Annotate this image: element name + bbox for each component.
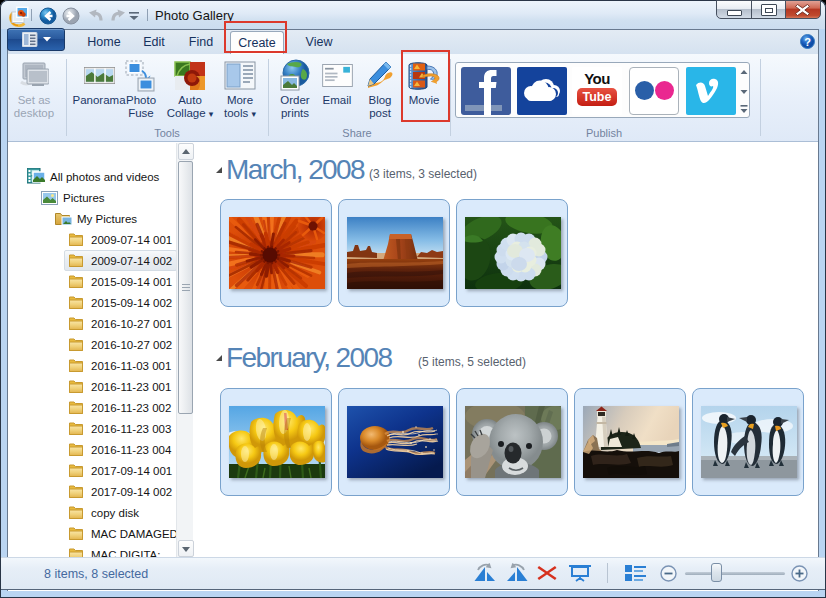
svg-text:?: ? [804,36,811,48]
